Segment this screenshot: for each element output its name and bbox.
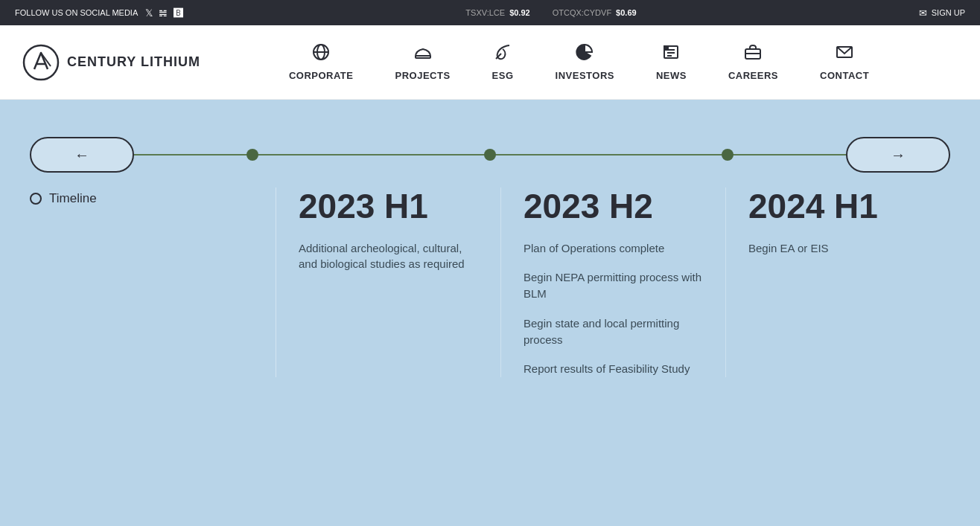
item-2023h2-2: Begin NEPA permitting process with BLM bbox=[524, 269, 703, 302]
period-2023h2: 2023 H2 Plan of Operations complete Begi… bbox=[501, 187, 726, 377]
item-2023h1-1: Additional archeological, cultural, and … bbox=[299, 240, 478, 273]
svg-rect-4 bbox=[416, 56, 430, 58]
prev-button[interactable]: ← bbox=[30, 137, 134, 173]
item-2023h2-4: Report results of Feasibility Study bbox=[524, 361, 703, 377]
period-2023h1: 2023 H1 Additional archeological, cultur… bbox=[276, 187, 501, 377]
nav-corporate[interactable]: CORPORATE bbox=[268, 43, 375, 81]
main-content: ← → Timeline 2023 H1 bbox=[0, 100, 980, 526]
nav-careers[interactable]: CAREERS bbox=[707, 43, 799, 81]
nav-projects-label: PROJECTS bbox=[395, 70, 451, 81]
nav-contact-label: CONTACT bbox=[820, 70, 869, 81]
ticker-area: TSXV:LCE $0.92 OTCQX:CYDVF $0.69 bbox=[465, 8, 636, 17]
timeline-text: Timeline bbox=[49, 191, 97, 206]
nav-esg[interactable]: ESG bbox=[471, 43, 535, 81]
period-label-2024h1: 2024 H1 bbox=[748, 187, 928, 225]
timeline-circle-icon bbox=[30, 193, 42, 205]
ticker-tsxv-value: $0.92 bbox=[509, 8, 530, 17]
signup-button[interactable]: ✉ SIGN UP bbox=[919, 7, 965, 19]
logo[interactable]: CENTURY LITHIUM bbox=[22, 44, 200, 81]
item-2023h2-3: Begin state and local permitting process bbox=[524, 315, 703, 348]
nav-contact[interactable]: CONTACT bbox=[799, 43, 890, 81]
nav-bar: CENTURY LITHIUM CORPORATE PROJECTS bbox=[0, 25, 980, 100]
nav-esg-label: ESG bbox=[492, 70, 514, 81]
follow-text: FOLLOW US ON SOCIAL MEDIA bbox=[15, 8, 138, 17]
ticker-otcqx-label: OTCQX:CYDVF bbox=[553, 8, 611, 17]
period-items-2024h1: Begin EA or EIS bbox=[748, 240, 928, 257]
logo-icon bbox=[22, 44, 60, 81]
next-button[interactable]: → bbox=[846, 137, 950, 173]
timeline-dot-3 bbox=[722, 149, 734, 161]
timeline-dot-2 bbox=[484, 149, 496, 161]
right-arrow-icon: → bbox=[891, 147, 906, 164]
facebook-icon[interactable]: 🅱 bbox=[174, 7, 183, 19]
ticker-otcqx: OTCQX:CYDVF $0.69 bbox=[553, 8, 637, 17]
ticker-otcqx-value: $0.69 bbox=[616, 8, 637, 17]
period-items-2023h1: Additional archeological, cultural, and … bbox=[299, 240, 478, 273]
globe-icon bbox=[312, 43, 330, 65]
pie-chart-icon bbox=[576, 43, 594, 65]
social-icons: 𝕏 𝌢 🅱 bbox=[145, 7, 183, 19]
left-arrow-icon: ← bbox=[74, 147, 89, 164]
nav-projects[interactable]: PROJECTS bbox=[375, 43, 471, 81]
nav-careers-label: CAREERS bbox=[728, 70, 778, 81]
svg-point-0 bbox=[24, 45, 58, 80]
ticker-tsxv-label: TSXV:LCE bbox=[465, 8, 505, 17]
main-nav: CORPORATE PROJECTS ESG bbox=[200, 43, 958, 81]
helmet-icon bbox=[414, 43, 432, 65]
nav-corporate-label: CORPORATE bbox=[289, 70, 354, 81]
nav-investors[interactable]: INVESTORS bbox=[535, 43, 635, 81]
period-label-2023h1: 2023 H1 bbox=[299, 187, 478, 225]
follow-social: FOLLOW US ON SOCIAL MEDIA 𝕏 𝌢 🅱 bbox=[15, 7, 183, 19]
svg-rect-9 bbox=[664, 46, 668, 50]
signup-label: SIGN UP bbox=[932, 8, 965, 17]
item-2024h1-1: Begin EA or EIS bbox=[748, 240, 928, 257]
news-icon bbox=[662, 43, 680, 65]
linkedin-icon[interactable]: 𝌢 bbox=[159, 7, 168, 19]
timeline-dot-1 bbox=[246, 149, 258, 161]
logo-text: CENTURY LITHIUM bbox=[67, 54, 200, 70]
item-2023h2-1: Plan of Operations complete bbox=[524, 240, 703, 257]
ticker-tsxv: TSXV:LCE $0.92 bbox=[465, 8, 529, 17]
period-2024h1: 2024 H1 Begin EA or EIS bbox=[726, 187, 950, 377]
envelope-icon: ✉ bbox=[919, 7, 927, 19]
mail-icon bbox=[836, 43, 853, 65]
top-bar: FOLLOW US ON SOCIAL MEDIA 𝕏 𝌢 🅱 TSXV:LCE… bbox=[0, 0, 980, 25]
timeline-label: Timeline bbox=[30, 191, 276, 206]
leaf-icon bbox=[494, 43, 512, 65]
nav-investors-label: INVESTORS bbox=[556, 70, 614, 81]
nav-news-label: NEWS bbox=[656, 70, 687, 81]
period-items-2023h2: Plan of Operations complete Begin NEPA p… bbox=[524, 240, 703, 378]
twitter-icon[interactable]: 𝕏 bbox=[145, 7, 153, 19]
briefcase-icon bbox=[744, 43, 762, 65]
nav-news[interactable]: NEWS bbox=[635, 43, 707, 81]
period-label-2023h2: 2023 H2 bbox=[524, 187, 703, 225]
